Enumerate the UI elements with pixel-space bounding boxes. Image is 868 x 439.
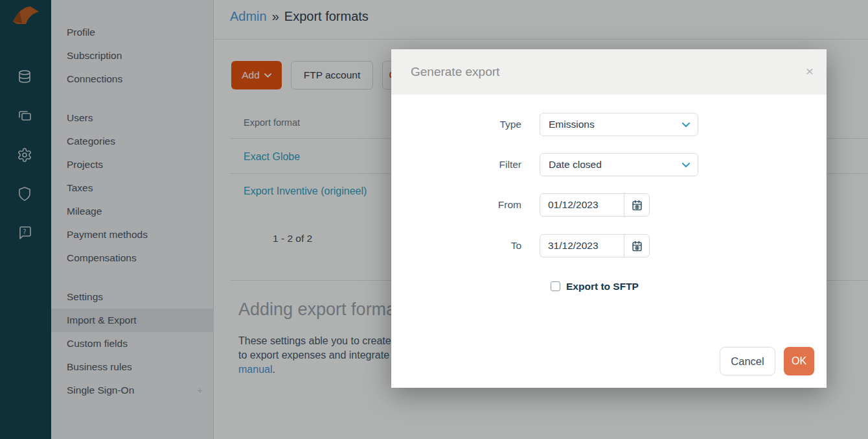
chevron-down-icon <box>682 163 690 168</box>
from-date-field <box>540 193 650 217</box>
export-to-sftp-checkbox[interactable] <box>551 281 560 291</box>
calendar-icon[interactable] <box>624 235 649 257</box>
from-date-input[interactable] <box>540 194 624 216</box>
dialog-title: Generate export <box>411 49 499 95</box>
dialog-header: Generate export × <box>391 49 827 95</box>
filter-select-value: Date closed <box>549 154 602 176</box>
from-label: From <box>391 193 521 217</box>
to-date-input[interactable] <box>540 235 624 257</box>
chevron-down-icon <box>682 123 690 128</box>
to-label: To <box>391 234 521 257</box>
filter-select[interactable]: Date closed <box>540 153 698 176</box>
filter-label: Filter <box>391 153 521 176</box>
type-select[interactable]: Emissions <box>540 113 698 136</box>
ok-button[interactable]: OK <box>784 347 814 375</box>
type-select-value: Emissions <box>549 113 595 136</box>
close-icon[interactable]: × <box>806 64 814 79</box>
app-window: ? Profile Subscription Connections Users… <box>0 0 868 439</box>
calendar-icon[interactable] <box>624 194 649 216</box>
generate-export-dialog: Generate export × Type Emissions Filter … <box>391 49 827 388</box>
type-label: Type <box>391 113 521 136</box>
to-date-field <box>540 234 650 257</box>
cancel-button[interactable]: Cancel <box>720 347 775 375</box>
export-to-sftp-label: Export to SFTP <box>566 278 639 296</box>
